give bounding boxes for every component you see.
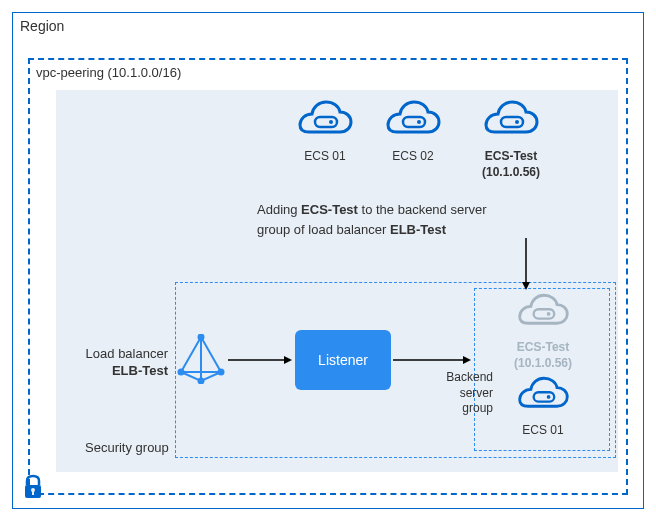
ecs-test-ghost: ECS-Test (10.1.0.56) (498, 293, 588, 371)
security-group-label: Security group (85, 440, 169, 455)
cloud-icon (515, 376, 571, 416)
svg-point-5 (515, 120, 519, 124)
svg-point-13 (547, 395, 551, 399)
lock-icon (22, 474, 44, 503)
svg-rect-2 (403, 117, 425, 127)
svg-rect-19 (32, 491, 34, 495)
svg-point-7 (178, 369, 185, 376)
ecs-01: ECS 01 (290, 100, 360, 165)
arrow-elb-to-listener (228, 354, 294, 369)
ecs-01-label: ECS 01 (290, 149, 360, 165)
vpc-label: vpc-peering (10.1.0.0/16) (36, 65, 181, 80)
backend-group-label: Backend server group (433, 370, 493, 417)
region-label: Region (20, 18, 64, 34)
load-balancer-icon (176, 334, 226, 384)
ecs-test-label: ECS-Test (10.1.0.56) (466, 149, 556, 180)
svg-point-8 (218, 369, 225, 376)
listener-label: Listener (318, 352, 368, 368)
elb-icon-wrap (176, 334, 226, 387)
ecs-test: ECS-Test (10.1.0.56) (466, 100, 556, 180)
ecs-02-label: ECS 02 (378, 149, 448, 165)
svg-point-1 (329, 120, 333, 124)
elb-label: Load balancer ELB-Test (68, 346, 168, 380)
cloud-icon (515, 293, 571, 333)
ecs-test-ghost-label: ECS-Test (10.1.0.56) (498, 340, 588, 371)
diagram-canvas: Region vpc-peering (10.1.0.0/16) ECS 01 … (0, 0, 656, 521)
svg-rect-4 (501, 117, 523, 127)
ecs-02: ECS 02 (378, 100, 448, 165)
backend-ecs-01: ECS 01 (498, 376, 588, 439)
svg-rect-0 (315, 117, 337, 127)
cloud-icon (295, 100, 355, 142)
arrow-ecs-test-down (520, 238, 532, 295)
svg-point-9 (198, 378, 205, 385)
listener-box: Listener (295, 330, 391, 390)
cloud-icon (383, 100, 443, 142)
backend-ecs-01-label: ECS 01 (498, 423, 588, 439)
svg-rect-10 (534, 309, 555, 318)
cloud-icon (481, 100, 541, 142)
svg-point-11 (547, 312, 551, 316)
svg-rect-12 (534, 392, 555, 401)
description-text: Adding ECS-Test to the backend server gr… (257, 200, 597, 239)
svg-point-3 (417, 120, 421, 124)
arrow-listener-to-backend (393, 354, 473, 369)
